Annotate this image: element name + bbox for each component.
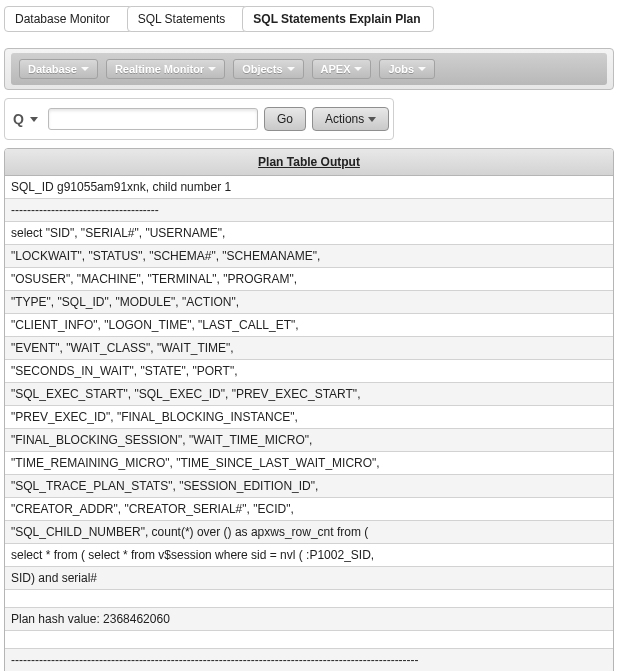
- actions-button[interactable]: Actions: [312, 107, 389, 131]
- plan-row: [5, 590, 613, 608]
- menu-label: Jobs: [388, 63, 414, 75]
- menu-label: Database: [28, 63, 77, 75]
- go-button[interactable]: Go: [264, 107, 306, 131]
- plan-table-header[interactable]: Plan Table Output: [5, 149, 613, 176]
- plan-row: "SECONDS_IN_WAIT", "STATE", "PORT",: [5, 360, 613, 383]
- menu-label: APEX: [321, 63, 351, 75]
- plan-output-table: Plan Table Output SQL_ID g91055am91xnk, …: [4, 148, 614, 671]
- plan-row: SQL_ID g91055am91xnk, child number 1: [5, 176, 613, 199]
- chevron-down-icon: [418, 67, 426, 71]
- plan-row: "TYPE", "SQL_ID", "MODULE", "ACTION",: [5, 291, 613, 314]
- menu-apex[interactable]: APEX: [312, 59, 372, 79]
- plan-row: "SQL_TRACE_PLAN_STATS", "SESSION_EDITION…: [5, 475, 613, 498]
- plan-row: "EVENT", "WAIT_CLASS", "WAIT_TIME",: [5, 337, 613, 360]
- plan-row: "PREV_EXEC_ID", "FINAL_BLOCKING_INSTANCE…: [5, 406, 613, 429]
- menu-label: Realtime Monitor: [115, 63, 204, 75]
- menu-realtime-monitor[interactable]: Realtime Monitor: [106, 59, 225, 79]
- plan-row: "CLIENT_INFO", "LOGON_TIME", "LAST_CALL_…: [5, 314, 613, 337]
- menu-database[interactable]: Database: [19, 59, 98, 79]
- menu-jobs[interactable]: Jobs: [379, 59, 435, 79]
- plan-row: Plan hash value: 2368462060: [5, 608, 613, 631]
- search-toolbar: Q Go Actions: [4, 98, 394, 140]
- plan-row: "OSUSER", "MACHINE", "TERMINAL", "PROGRA…: [5, 268, 613, 291]
- search-column-dropdown[interactable]: [30, 117, 38, 122]
- plan-row: ----------------------------------------…: [5, 649, 613, 671]
- plan-row: select "SID", "SERIAL#", "USERNAME",: [5, 222, 613, 245]
- chevron-down-icon: [208, 67, 216, 71]
- actions-label: Actions: [325, 112, 364, 126]
- breadcrumb: Database Monitor SQL Statements SQL Stat…: [0, 0, 618, 42]
- plan-row: [5, 631, 613, 649]
- plan-row: "SQL_EXEC_START", "SQL_EXEC_ID", "PREV_E…: [5, 383, 613, 406]
- plan-row: SID) and serial#: [5, 567, 613, 590]
- chevron-down-icon: [354, 67, 362, 71]
- menubar: Database Realtime Monitor Objects APEX J…: [4, 48, 614, 90]
- plan-row: "LOCKWAIT", "STATUS", "SCHEMA#", "SCHEMA…: [5, 245, 613, 268]
- plan-row: "TIME_REMAINING_MICRO", "TIME_SINCE_LAST…: [5, 452, 613, 475]
- plan-row: -------------------------------------: [5, 199, 613, 222]
- plan-row: select * from ( select * from v$session …: [5, 544, 613, 567]
- search-input[interactable]: [48, 108, 258, 130]
- menu-label: Objects: [242, 63, 282, 75]
- plan-row: "SQL_CHILD_NUMBER", count(*) over () as …: [5, 521, 613, 544]
- breadcrumb-item-database-monitor[interactable]: Database Monitor: [4, 6, 133, 32]
- chevron-down-icon: [287, 67, 295, 71]
- breadcrumb-item-sql-statements[interactable]: SQL Statements: [127, 6, 249, 32]
- breadcrumb-item-current: SQL Statements Explain Plan: [242, 6, 433, 32]
- plan-row: "FINAL_BLOCKING_SESSION", "WAIT_TIME_MIC…: [5, 429, 613, 452]
- search-icon[interactable]: Q: [9, 111, 24, 127]
- chevron-down-icon: [81, 67, 89, 71]
- plan-row: "CREATOR_ADDR", "CREATOR_SERIAL#", "ECID…: [5, 498, 613, 521]
- menu-objects[interactable]: Objects: [233, 59, 303, 79]
- chevron-down-icon: [368, 117, 376, 122]
